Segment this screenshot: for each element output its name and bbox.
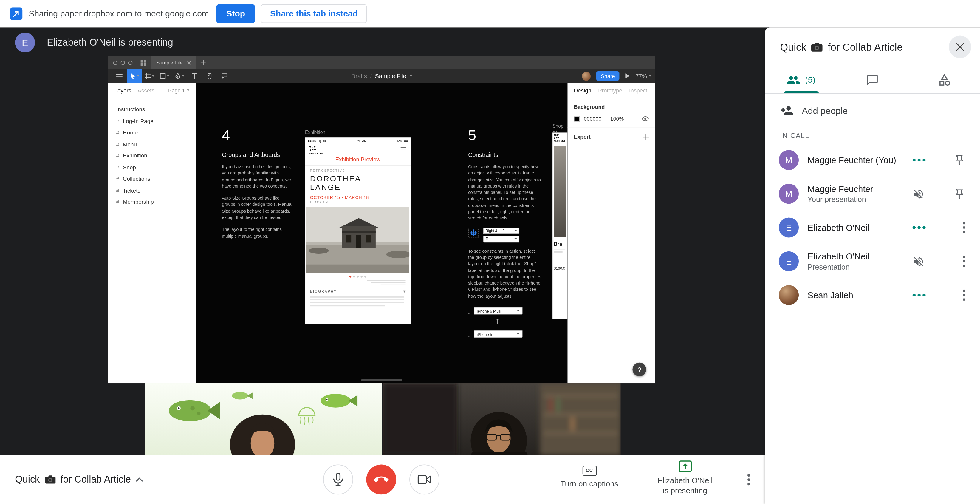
frame-icon [116, 199, 119, 205]
tab-people[interactable]: (5) [765, 66, 837, 93]
more-options-icon[interactable] [744, 470, 753, 489]
video-tile-sean[interactable] [382, 383, 621, 455]
more-options-icon[interactable] [963, 256, 965, 267]
microphone-button[interactable] [323, 465, 353, 495]
pen-tool-icon[interactable] [172, 69, 187, 83]
frame-icon [468, 329, 471, 340]
video-tile-maggie[interactable] [145, 383, 382, 455]
text-tool-icon[interactable] [187, 69, 202, 83]
leave-call-button[interactable] [366, 465, 396, 495]
museum-logo: THE ART MUSEUM [309, 145, 324, 155]
window-zoom-dot-icon[interactable] [128, 60, 133, 65]
tab-chat[interactable] [837, 66, 908, 93]
layer-item[interactable]: Home [108, 127, 196, 139]
tab-prototype[interactable]: Prototype [598, 87, 622, 93]
comment-tool-icon[interactable] [217, 69, 232, 83]
layer-item[interactable]: Shop [108, 162, 196, 173]
presenting-status-chip[interactable]: Elizabeth O'Neil is presenting [649, 460, 721, 496]
close-panel-button[interactable] [949, 35, 971, 58]
tab-grid-icon[interactable] [141, 60, 146, 65]
shape-tool-icon[interactable] [157, 69, 172, 83]
figma-user-avatar[interactable] [582, 72, 590, 80]
frame-icon [116, 187, 119, 193]
constraint-horizontal-select[interactable]: Right & Left [483, 227, 519, 234]
biography-label: BIOGRAPHY [310, 290, 337, 293]
hand-tool-icon[interactable] [202, 69, 217, 83]
tab-layers[interactable]: Layers [115, 87, 132, 93]
call-end-icon [374, 472, 389, 487]
tab-close-icon[interactable] [187, 60, 191, 65]
chevron-up-icon[interactable] [136, 477, 143, 482]
breadcrumb-drafts[interactable]: Drafts [351, 72, 367, 79]
pin-icon[interactable] [954, 155, 965, 166]
more-options-icon[interactable] [963, 290, 965, 301]
device-select-iphone5[interactable]: iPhone 5 [474, 330, 523, 337]
share-this-tab-button[interactable]: Share this tab instead [261, 4, 368, 23]
participant-row[interactable]: E Elizabeth O'Neil Presentation [765, 244, 980, 278]
window-close-dot-icon[interactable] [113, 60, 118, 65]
layer-item[interactable]: Membership [108, 196, 196, 208]
breadcrumb-file[interactable]: Sample File [375, 72, 406, 79]
frame-label[interactable]: Shop [552, 123, 567, 129]
frame-tool-icon[interactable] [142, 69, 157, 83]
participant-row[interactable]: Sean Jalleh [765, 278, 980, 312]
page-selector[interactable]: Page 1 [168, 87, 189, 93]
stop-sharing-button[interactable]: Stop [216, 4, 255, 23]
device-select-iphone6plus[interactable]: iPhone 6 Plus [474, 307, 523, 314]
mockup-nav-title: Exhibition Preview [305, 156, 410, 162]
audio-activity-icon [913, 159, 926, 161]
layer-item[interactable]: Tickets [108, 185, 196, 196]
background-opacity[interactable]: 100% [610, 116, 624, 122]
shared-screen-figma: Sample File Drafts / Sample File [108, 56, 655, 383]
new-tab-icon[interactable] [200, 60, 206, 65]
activities-icon [937, 73, 951, 86]
chevron-down-icon[interactable] [403, 290, 406, 292]
add-export-icon[interactable] [643, 134, 649, 140]
menu-icon[interactable] [112, 69, 127, 83]
chevron-down-icon[interactable] [409, 75, 412, 77]
add-people-button[interactable]: Add people [765, 94, 980, 123]
layer-item[interactable]: Collections [108, 173, 196, 185]
background-hex[interactable]: 000000 [584, 116, 601, 122]
participant-row[interactable]: M Maggie Feuchter Your presentation [765, 177, 980, 211]
figma-file-tab[interactable]: Sample File [151, 56, 196, 69]
breadcrumb[interactable]: Drafts / Sample File [351, 69, 412, 83]
zoom-level[interactable]: 77% [636, 73, 651, 79]
layer-item[interactable]: Log-In Page [108, 115, 196, 127]
participant-row[interactable]: E Elizabeth O'Neil [765, 211, 980, 244]
visibility-eye-icon[interactable] [642, 116, 649, 121]
meeting-title[interactable]: Quick for Collab Article [15, 474, 143, 485]
layer-item[interactable]: Instructions [108, 104, 196, 115]
avatar [779, 285, 799, 305]
exhibition-frame[interactable]: Exhibition ●●●○○ Figma 9:42 AM 42% THE A… [305, 129, 410, 324]
shop-frame[interactable]: Shop ●●● THE ART MUSEUM Bra [552, 123, 567, 319]
layer-item[interactable]: Exhibition [108, 150, 196, 162]
horizontal-scrollbar[interactable] [361, 379, 402, 381]
tab-activities[interactable] [908, 66, 980, 93]
constraint-vertical-select[interactable]: Top [483, 236, 519, 242]
figma-present-icon[interactable] [625, 73, 630, 79]
figma-share-button[interactable]: Share [597, 71, 620, 81]
help-button[interactable]: ? [632, 363, 646, 376]
shop-mockup: THE ART MUSEUM Bra $160.0 [552, 132, 567, 319]
figma-canvas[interactable]: 4 Groups and Artboards If you have used … [196, 83, 567, 383]
tab-assets[interactable]: Assets [137, 87, 154, 93]
participant-row[interactable]: M Maggie Feuchter (You) [765, 143, 980, 177]
text-cursor [495, 319, 498, 324]
move-tool-icon[interactable] [127, 69, 142, 83]
captions-toggle[interactable]: CC Turn on captions [552, 463, 627, 488]
color-swatch[interactable] [574, 116, 579, 122]
figma-layers-panel: Layers Assets Page 1 Instructions Log-In… [108, 83, 196, 383]
layer-item[interactable]: Menu [108, 139, 196, 150]
more-options-icon[interactable] [963, 222, 965, 233]
camera-button[interactable] [409, 465, 439, 495]
chevron-down-icon [187, 89, 189, 91]
tab-inspect[interactable]: Inspect [629, 87, 647, 93]
window-minimize-dot-icon[interactable] [121, 60, 125, 65]
frame-label[interactable]: Exhibition [305, 129, 410, 135]
pin-icon[interactable] [954, 188, 965, 199]
frame-icon [116, 129, 119, 136]
audio-activity-icon [913, 226, 926, 229]
carousel-dots [305, 276, 410, 278]
tab-design[interactable]: Design [574, 87, 591, 93]
